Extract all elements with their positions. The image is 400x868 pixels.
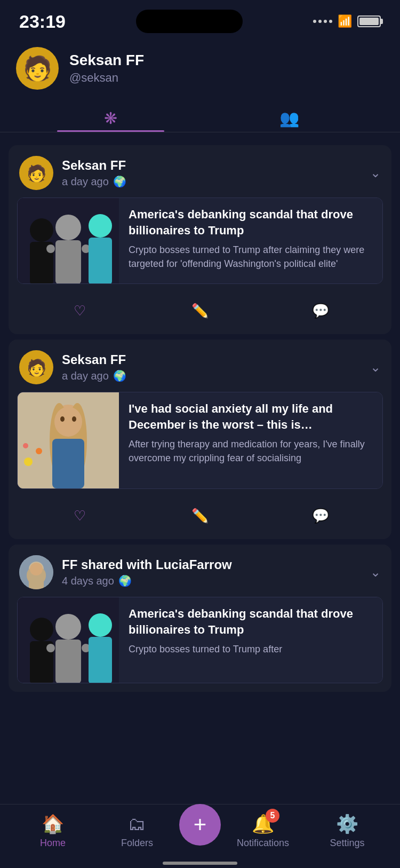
tab-feed[interactable]: ❋: [21, 100, 200, 132]
svg-point-3: [55, 215, 81, 240]
like-button-2[interactable]: ♡: [63, 503, 95, 528]
post-meta-1: Seksan FF a day ago 🌍: [62, 158, 362, 188]
post-card-2: 🧑 Seksan FF a day ago 🌍 ⌄: [9, 340, 391, 539]
svg-point-32: [46, 644, 55, 652]
article-card-3[interactable]: America's debanking scandal that drove b…: [17, 597, 383, 683]
chevron-down-1[interactable]: ⌄: [370, 165, 381, 180]
nav-home[interactable]: 🏠 Home: [11, 813, 95, 849]
post-author-1: Seksan FF: [62, 158, 362, 173]
post-header-3: FF shared with LuciaFarrow 4 days ago 🌍 …: [9, 545, 391, 597]
article-title-1: America's debanking scandal that drove b…: [129, 207, 373, 238]
svg-point-7: [89, 214, 112, 238]
article-card-2[interactable]: I've had social anxiety all my life and …: [17, 392, 383, 489]
article-content-3: America's debanking scandal that drove b…: [119, 597, 382, 683]
svg-point-19: [36, 448, 42, 454]
avatar-emoji: 🧑: [23, 54, 52, 82]
svg-point-18: [24, 457, 33, 466]
post-card-3: FF shared with LuciaFarrow 4 days ago 🌍 …: [9, 545, 391, 692]
home-indicator: [163, 862, 237, 865]
svg-point-20: [23, 443, 28, 448]
feed: 🧑 Seksan FF a day ago 🌍 ⌄: [0, 135, 400, 772]
battery-icon: [357, 15, 381, 27]
article-content-2: I've had social anxiety all my life and …: [119, 392, 382, 488]
nav-folders[interactable]: 🗂 Folders: [95, 814, 179, 849]
comment-button-2[interactable]: 💬: [305, 503, 337, 528]
article-title-3: America's debanking scandal that drove b…: [129, 606, 373, 637]
profile-name: Seksan FF: [69, 52, 144, 69]
article-image-1: [18, 198, 119, 283]
post-author-2: Seksan FF: [62, 352, 362, 367]
post-actions-2: ♡ ✏️ 💬: [9, 498, 391, 539]
post-time-3: 4 days ago 🌍: [62, 574, 362, 587]
share-button-2[interactable]: ✏️: [184, 503, 216, 528]
post-time-2: a day ago 🌍: [62, 369, 362, 382]
svg-point-30: [55, 614, 81, 640]
globe-icon-3: 🌍: [118, 574, 132, 587]
profile-handle: @seksan: [69, 71, 144, 85]
feed-icon: ❋: [104, 109, 117, 128]
post-time-1: a day ago 🌍: [62, 175, 362, 188]
globe-icon-2: 🌍: [113, 369, 126, 382]
svg-point-26: [30, 563, 43, 575]
svg-point-14: [54, 407, 82, 437]
article-figure-2: [18, 392, 119, 488]
svg-rect-4: [55, 240, 81, 283]
chevron-down-3[interactable]: ⌄: [370, 565, 381, 580]
svg-rect-8: [89, 238, 112, 283]
article-image-3: [18, 597, 119, 683]
svg-rect-31: [55, 640, 81, 683]
share-button-1[interactable]: ✏️: [184, 298, 216, 323]
article-image-2: [18, 392, 119, 488]
signal-icon: [313, 20, 332, 23]
home-label: Home: [40, 838, 66, 849]
post-header-1: 🧑 Seksan FF a day ago 🌍 ⌄: [9, 145, 391, 198]
article-title-2: I've had social anxiety all my life and …: [129, 401, 373, 432]
like-button-1[interactable]: ♡: [63, 298, 95, 323]
profile-header: 🧑 Seksan FF @seksan: [0, 38, 400, 100]
post-avatar-1[interactable]: 🧑: [19, 156, 53, 190]
profile-info: Seksan FF @seksan: [69, 52, 144, 85]
svg-point-16: [72, 416, 76, 422]
lucia-avatar-svg: [19, 555, 53, 589]
avatar[interactable]: 🧑: [16, 47, 59, 90]
post-card-1: 🧑 Seksan FF a day ago 🌍 ⌄: [9, 145, 391, 334]
post-header-2: 🧑 Seksan FF a day ago 🌍 ⌄: [9, 340, 391, 392]
globe-icon-1: 🌍: [113, 175, 126, 188]
home-icon: 🏠: [42, 813, 64, 834]
article-figure-1: [18, 198, 119, 283]
svg-point-34: [89, 613, 112, 637]
folders-label: Folders: [121, 838, 153, 849]
post-meta-2: Seksan FF a day ago 🌍: [62, 352, 362, 382]
nav-settings[interactable]: ⚙️ Settings: [305, 813, 389, 849]
settings-label: Settings: [330, 838, 364, 849]
post-avatar-3[interactable]: [19, 555, 53, 589]
add-button[interactable]: +: [179, 804, 221, 846]
nav-notifications[interactable]: 🔔 5 Notifications: [221, 813, 305, 849]
svg-point-28: [30, 618, 53, 641]
article-desc-1: Crypto bosses turned to Trump after clai…: [129, 243, 373, 270]
svg-rect-35: [89, 637, 112, 683]
folders-icon: 🗂: [128, 814, 146, 834]
notifications-label: Notifications: [237, 838, 289, 849]
social-svg: [18, 392, 119, 488]
chevron-down-2[interactable]: ⌄: [370, 360, 381, 375]
article-figure-3: [18, 597, 119, 683]
status-bar: 23:19 📶: [0, 0, 400, 38]
svg-point-1: [30, 218, 53, 242]
svg-point-5: [46, 244, 55, 253]
tab-bar: ❋ 👥: [0, 100, 400, 132]
post-avatar-2[interactable]: 🧑: [19, 350, 53, 384]
article-card-1[interactable]: America's debanking scandal that drove b…: [17, 198, 383, 284]
post-actions-1: ♡ ✏️ 💬: [9, 293, 391, 334]
article-desc-3: Crypto bosses turned to Trump after: [129, 643, 373, 656]
status-icons: 📶: [313, 14, 381, 28]
tab-groups[interactable]: 👥: [200, 100, 379, 132]
politics-svg: [18, 198, 119, 283]
post-meta-3: FF shared with LuciaFarrow 4 days ago 🌍: [62, 557, 362, 587]
comment-button-1[interactable]: 💬: [305, 298, 337, 323]
politics-svg-3: [18, 597, 119, 683]
svg-point-15: [60, 416, 65, 422]
notification-wrapper: 🔔 5: [252, 813, 274, 834]
bottom-nav: 🏠 Home 🗂 Folders + 🔔 5 Notifications ⚙️ …: [0, 804, 400, 868]
settings-icon: ⚙️: [336, 813, 358, 834]
